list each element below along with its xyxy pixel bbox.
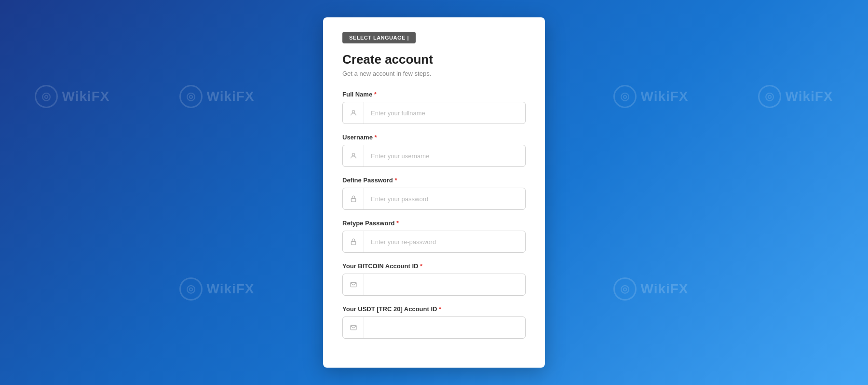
select-language-button[interactable]: SELECT LANGUAGE | bbox=[342, 32, 416, 43]
svg-rect-3 bbox=[351, 241, 355, 245]
username-label: Username * bbox=[342, 134, 526, 141]
username-field-group: Username * bbox=[342, 134, 526, 167]
svg-point-1 bbox=[352, 153, 354, 156]
retype-password-required: * bbox=[396, 220, 399, 227]
username-input-wrapper bbox=[342, 145, 526, 167]
password-input[interactable] bbox=[364, 189, 525, 208]
retype-password-field-group: Retype Password * bbox=[342, 220, 526, 253]
svg-point-0 bbox=[352, 110, 354, 113]
user-icon-username bbox=[343, 145, 364, 166]
usdt-label: Your USDT [TRC 20] Account ID * bbox=[342, 305, 526, 313]
password-required: * bbox=[394, 177, 397, 184]
fullname-input-wrapper bbox=[342, 102, 526, 124]
watermark-8: ◎ WikiFX bbox=[613, 277, 688, 301]
watermark-5: ◎ WikiFX bbox=[613, 85, 688, 108]
bitcoin-input-wrapper bbox=[342, 274, 526, 296]
fullname-field-group: Full Name * bbox=[342, 91, 526, 124]
lock-icon-retype bbox=[343, 231, 364, 252]
fullname-required: * bbox=[374, 91, 377, 98]
background: ◎ WikiFX ◎ WikiFX ◎ WikiFX ◎ WikiFX ◎ Wi… bbox=[0, 0, 868, 385]
usdt-required: * bbox=[439, 305, 441, 313]
email-icon-bitcoin bbox=[343, 274, 364, 295]
watermark-1: ◎ WikiFX bbox=[35, 85, 109, 108]
usdt-input-wrapper bbox=[342, 316, 526, 339]
watermark-6: ◎ WikiFX bbox=[758, 85, 833, 108]
watermark-7: ◎ WikiFX bbox=[179, 277, 254, 301]
user-icon-fullname bbox=[343, 102, 364, 124]
bitcoin-field-group: Your BITCOIN Account ID * bbox=[342, 262, 526, 296]
bitcoin-required: * bbox=[420, 262, 422, 270]
username-input[interactable] bbox=[364, 146, 525, 165]
watermark-2: ◎ WikiFX bbox=[179, 85, 254, 108]
svg-rect-2 bbox=[351, 198, 355, 202]
password-field-group: Define Password * bbox=[342, 177, 526, 210]
email-icon-usdt bbox=[343, 317, 364, 338]
retype-password-input[interactable] bbox=[364, 232, 525, 251]
fullname-label: Full Name * bbox=[342, 91, 526, 98]
page-subtitle: Get a new account in few steps. bbox=[342, 70, 526, 77]
retype-password-input-wrapper bbox=[342, 231, 526, 253]
usdt-input[interactable] bbox=[364, 318, 525, 337]
lock-icon-password bbox=[343, 188, 364, 209]
bitcoin-input[interactable] bbox=[364, 275, 525, 294]
page-title: Create account bbox=[342, 52, 526, 67]
username-required: * bbox=[374, 134, 377, 141]
password-label: Define Password * bbox=[342, 177, 526, 184]
password-input-wrapper bbox=[342, 188, 526, 210]
bitcoin-label: Your BITCOIN Account ID * bbox=[342, 262, 526, 270]
usdt-field-group: Your USDT [TRC 20] Account ID * bbox=[342, 305, 526, 339]
retype-password-label: Retype Password * bbox=[342, 220, 526, 227]
fullname-input[interactable] bbox=[364, 103, 525, 123]
create-account-modal: SELECT LANGUAGE | Create account Get a n… bbox=[323, 17, 545, 368]
